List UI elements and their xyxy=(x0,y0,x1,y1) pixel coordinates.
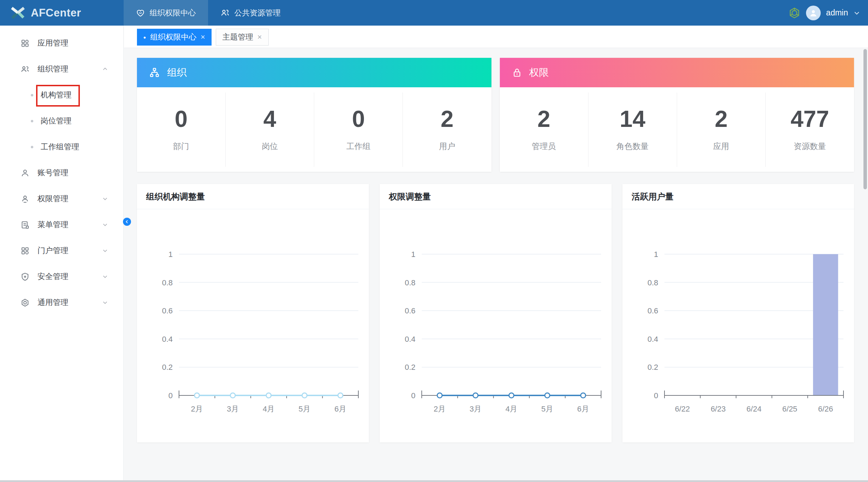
org-chart-icon xyxy=(149,67,160,78)
permission-card-stats: 2 管理员 14 角色数量 2 应用 477 资源数量 xyxy=(500,87,854,172)
sidebar-item-label: 安全管理 xyxy=(37,271,68,282)
topnav-org-permission-center[interactable]: 组织权限中心 xyxy=(124,0,208,26)
user-icon xyxy=(20,168,30,178)
stat-roles: 14 角色数量 xyxy=(588,93,677,167)
sidebar-item-menu-management[interactable]: 菜单管理 xyxy=(0,212,123,238)
assistant-icon[interactable] xyxy=(788,7,801,19)
svg-text:0.8: 0.8 xyxy=(405,278,415,287)
panel-title: 活跃用户量 xyxy=(622,184,854,209)
svg-text:0.6: 0.6 xyxy=(647,306,658,315)
sidebar-item-org-management[interactable]: 组织管理 xyxy=(0,56,123,82)
active-dot-icon: ● xyxy=(143,35,146,40)
card-title: 组织 xyxy=(167,66,187,79)
svg-text:0: 0 xyxy=(168,391,173,400)
sidebar-item-security-management[interactable]: 安全管理 xyxy=(0,264,123,290)
tab-label: 组织权限中心 xyxy=(150,32,197,42)
sidebar-item-label: 岗位管理 xyxy=(41,116,71,126)
stat-label: 部门 xyxy=(137,141,225,152)
org-summary-card: 组织 0 部门 4 岗位 0 工作组 2 用户 xyxy=(137,58,491,172)
document-list-icon xyxy=(20,220,30,230)
user-avatar[interactable] xyxy=(806,6,821,20)
stat-value: 0 xyxy=(137,107,225,130)
app-header: AFCenter 组织权限中心 公共资源管理 xyxy=(0,0,868,26)
svg-text:6/23: 6/23 xyxy=(711,405,726,413)
svg-text:0.4: 0.4 xyxy=(405,335,415,344)
svg-text:1: 1 xyxy=(168,250,173,259)
svg-text:4月: 4月 xyxy=(263,405,275,413)
org-card-header: 组织 xyxy=(137,58,491,87)
username[interactable]: admin xyxy=(826,8,848,18)
stat-value: 14 xyxy=(588,107,677,130)
svg-text:0.2: 0.2 xyxy=(162,363,173,372)
app-title: AFCenter xyxy=(31,7,81,19)
chevron-down-icon[interactable] xyxy=(853,9,860,16)
close-icon[interactable]: × xyxy=(201,33,205,42)
svg-text:0.4: 0.4 xyxy=(647,335,658,344)
stat-value: 477 xyxy=(766,107,854,130)
lock-icon xyxy=(512,67,522,78)
org-adjustment-panel: 组织机构调整量 00.20.40.60.812月3月4月5月6月 xyxy=(137,184,369,442)
sidebar-item-portal-management[interactable]: 门户管理 xyxy=(0,238,123,264)
stat-label: 应用 xyxy=(677,141,765,152)
chevron-down-icon xyxy=(102,299,109,306)
permission-summary-card: 权限 2 管理员 14 角色数量 2 应用 477 资源数量 xyxy=(500,58,854,172)
svg-text:5月: 5月 xyxy=(541,405,553,413)
sidebar: 应用管理 组织管理 机构管理 岗位管理 工作组管理 账号管理 xyxy=(0,26,124,482)
people-icon xyxy=(220,8,230,18)
organization-icon xyxy=(20,65,30,74)
svg-text:5月: 5月 xyxy=(298,405,310,413)
svg-text:0: 0 xyxy=(654,391,658,400)
header-user-area: admin xyxy=(788,6,868,20)
sidebar-item-permission-management[interactable]: 权限管理 xyxy=(0,186,123,212)
sidebar-item-label: 门户管理 xyxy=(37,245,68,256)
sidebar-item-label: 组织管理 xyxy=(37,64,68,74)
stat-label: 工作组 xyxy=(314,141,402,152)
tab-label: 主题管理 xyxy=(222,32,253,42)
svg-text:3月: 3月 xyxy=(227,405,239,413)
topnav-label: 组织权限中心 xyxy=(150,8,196,18)
bullet-icon xyxy=(31,146,33,148)
stat-label: 管理员 xyxy=(500,141,588,152)
chevron-down-icon xyxy=(102,247,109,254)
topnav-public-resource[interactable]: 公共资源管理 xyxy=(208,0,293,26)
org-adjustment-chart: 00.20.40.60.812月3月4月5月6月 xyxy=(137,209,369,442)
svg-text:6/26: 6/26 xyxy=(818,405,833,413)
sidebar-item-post-management[interactable]: 岗位管理 xyxy=(0,108,123,134)
active-users-panel: 活跃用户量 00.20.40.60.816/226/236/246/256/26 xyxy=(622,184,854,442)
chevron-left-icon xyxy=(125,219,129,224)
person-icon xyxy=(809,8,818,18)
sidebar-item-general-management[interactable]: 通用管理 xyxy=(0,290,123,315)
stat-value: 4 xyxy=(226,107,314,130)
svg-text:6月: 6月 xyxy=(577,405,589,413)
sidebar-item-label: 通用管理 xyxy=(37,297,68,308)
permission-adjustment-panel: 权限调整量 00.20.40.60.812月3月4月5月6月 xyxy=(380,184,612,442)
sidebar-item-institution-management[interactable]: 机构管理 xyxy=(0,82,123,108)
close-icon[interactable]: × xyxy=(257,33,262,42)
tab-theme-management[interactable]: 主题管理 × xyxy=(216,29,269,46)
sidebar-item-workgroup-management[interactable]: 工作组管理 xyxy=(0,134,123,160)
summary-cards-row: 组织 0 部门 4 岗位 0 工作组 2 用户 xyxy=(137,58,854,172)
app-logo[interactable]: AFCenter xyxy=(0,5,124,21)
chevron-down-icon xyxy=(102,221,109,228)
top-navigation: 组织权限中心 公共资源管理 xyxy=(124,0,293,26)
sidebar-item-account-management[interactable]: 账号管理 xyxy=(0,160,123,186)
tab-org-permission-center[interactable]: ● 组织权限中心 × xyxy=(137,29,212,46)
svg-text:0.8: 0.8 xyxy=(162,278,173,287)
shield-plus-icon xyxy=(20,272,30,281)
sidebar-item-app-management[interactable]: 应用管理 xyxy=(0,30,123,56)
sidebar-item-label: 账号管理 xyxy=(37,168,68,178)
horizontal-scrollbar[interactable] xyxy=(0,480,868,482)
permission-stamp-icon xyxy=(20,194,30,204)
stat-users: 2 用户 xyxy=(403,93,491,167)
sidebar-collapse-button[interactable] xyxy=(123,218,131,226)
sidebar-item-label: 菜单管理 xyxy=(37,219,68,230)
sidebar-item-label: 应用管理 xyxy=(37,38,68,48)
svg-text:0.6: 0.6 xyxy=(162,306,173,315)
sidebar-item-label: 权限管理 xyxy=(37,194,68,204)
stat-admins: 2 管理员 xyxy=(500,93,588,167)
stat-posts: 4 岗位 xyxy=(226,93,314,167)
vertical-scrollbar[interactable] xyxy=(863,49,867,189)
svg-text:0.6: 0.6 xyxy=(405,306,415,315)
main-content: 组织 0 部门 4 岗位 0 工作组 2 用户 xyxy=(124,48,868,482)
svg-text:3月: 3月 xyxy=(469,405,481,413)
